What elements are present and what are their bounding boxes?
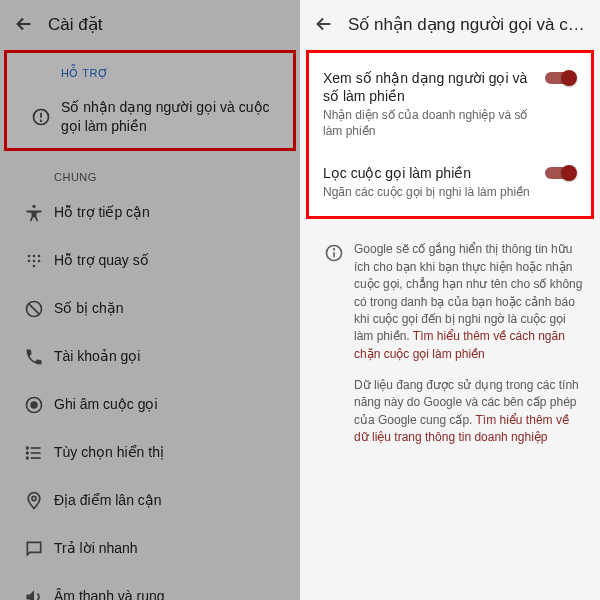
block-icon bbox=[14, 299, 54, 319]
dialpad-icon bbox=[14, 251, 54, 271]
see-caller-id-title: Xem số nhận dạng người gọi và số làm phi… bbox=[323, 69, 535, 105]
svg-point-3 bbox=[32, 204, 35, 207]
svg-point-8 bbox=[33, 259, 36, 262]
nearby-places-item[interactable]: Địa điểm lân cận bbox=[0, 477, 300, 525]
caller-id-label: Số nhận dạng người gọi và cuộc gọi làm p… bbox=[61, 98, 279, 136]
info-icon bbox=[314, 241, 354, 446]
back-button-right[interactable] bbox=[308, 8, 340, 40]
display-options-label: Tùy chọn hiển thị bbox=[54, 443, 170, 462]
record-icon bbox=[14, 395, 54, 415]
svg-point-7 bbox=[28, 259, 31, 262]
alert-circle-icon bbox=[21, 107, 61, 127]
caller-id-highlight: HỖ TRỢ Số nhận dạng người gọi và cuộc gọ… bbox=[4, 50, 296, 151]
quick-responses-label: Trả lời nhanh bbox=[54, 539, 144, 558]
svg-point-18 bbox=[27, 447, 29, 449]
call-recording-label: Ghi âm cuộc gọi bbox=[54, 395, 164, 414]
accessibility-icon bbox=[14, 203, 54, 223]
location-icon bbox=[14, 491, 54, 511]
svg-point-21 bbox=[32, 496, 36, 500]
svg-point-4 bbox=[28, 254, 31, 257]
call-recording-item[interactable]: Ghi âm cuộc gọi bbox=[0, 381, 300, 429]
assisted-dialing-label: Hỗ trợ quay số bbox=[54, 251, 155, 270]
svg-point-19 bbox=[27, 452, 29, 454]
svg-point-6 bbox=[38, 254, 41, 257]
filter-spam-desc: Ngăn các cuộc gọi bị nghi là làm phiền bbox=[323, 185, 535, 201]
calling-accounts-label: Tài khoản gọi bbox=[54, 347, 146, 366]
caller-id-settings-pane: Số nhận dạng người gọi và cuộ... Xem số … bbox=[300, 0, 600, 600]
section-support-label: HỖ TRỢ bbox=[7, 53, 293, 86]
sounds-vibration-label: Âm thanh và rung bbox=[54, 587, 171, 600]
switches-highlight: Xem số nhận dạng người gọi và số làm phi… bbox=[306, 50, 594, 219]
blocked-numbers-item[interactable]: Số bị chặn bbox=[0, 285, 300, 333]
nearby-places-label: Địa điểm lân cận bbox=[54, 491, 168, 510]
settings-pane: Cài đặt HỖ TRỢ Số nhận dạng người gọi và… bbox=[0, 0, 300, 600]
calling-accounts-item[interactable]: Tài khoản gọi bbox=[0, 333, 300, 381]
left-header-title: Cài đặt bbox=[48, 14, 292, 35]
svg-point-9 bbox=[38, 259, 41, 262]
svg-line-12 bbox=[29, 303, 40, 314]
svg-point-2 bbox=[41, 120, 42, 121]
left-header: Cài đặt bbox=[0, 0, 300, 48]
info-text: Google sẽ cố gắng hiển thị thông tin hữu… bbox=[354, 241, 584, 446]
blocked-numbers-label: Số bị chặn bbox=[54, 299, 129, 318]
see-caller-id-desc: Nhận diện số của doanh nghiệp và số làm … bbox=[323, 108, 535, 139]
arrow-back-icon bbox=[313, 13, 335, 35]
see-caller-id-toggle[interactable] bbox=[543, 69, 577, 87]
accessibility-item[interactable]: Hỗ trợ tiếp cận bbox=[0, 189, 300, 237]
caller-id-spam-item[interactable]: Số nhận dạng người gọi và cuộc gọi làm p… bbox=[7, 86, 293, 148]
svg-point-10 bbox=[33, 264, 36, 267]
filter-spam-title: Lọc cuộc gọi làm phiền bbox=[323, 164, 535, 182]
display-options-item[interactable]: Tùy chọn hiển thị bbox=[0, 429, 300, 477]
svg-point-5 bbox=[33, 254, 36, 257]
message-icon bbox=[14, 539, 54, 559]
quick-responses-item[interactable]: Trả lời nhanh bbox=[0, 525, 300, 573]
sound-icon bbox=[14, 587, 54, 600]
back-button[interactable] bbox=[8, 8, 40, 40]
filter-spam-toggle[interactable] bbox=[543, 164, 577, 182]
svg-point-27 bbox=[334, 249, 335, 250]
right-header: Số nhận dạng người gọi và cuộ... bbox=[300, 0, 600, 48]
assisted-dialing-item[interactable]: Hỗ trợ quay số bbox=[0, 237, 300, 285]
see-caller-id-row[interactable]: Xem số nhận dạng người gọi và số làm phi… bbox=[309, 57, 591, 152]
arrow-back-icon bbox=[13, 13, 35, 35]
section-general-label: CHUNG bbox=[0, 157, 300, 189]
svg-point-20 bbox=[27, 457, 29, 459]
filter-spam-row[interactable]: Lọc cuộc gọi làm phiền Ngăn các cuộc gọi… bbox=[309, 152, 591, 213]
accessibility-label: Hỗ trợ tiếp cận bbox=[54, 203, 156, 222]
list-icon bbox=[14, 443, 54, 463]
info-block: Google sẽ cố gắng hiển thị thông tin hữu… bbox=[300, 227, 600, 454]
right-header-title: Số nhận dạng người gọi và cuộ... bbox=[348, 14, 592, 35]
sounds-vibration-item[interactable]: Âm thanh và rung bbox=[0, 573, 300, 600]
svg-point-14 bbox=[31, 402, 37, 408]
phone-icon bbox=[14, 347, 54, 367]
